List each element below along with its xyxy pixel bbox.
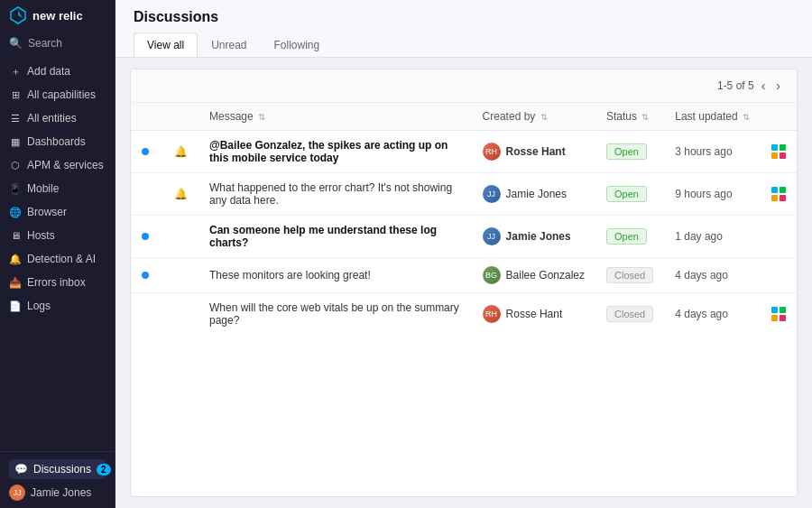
user-avatar: JJ xyxy=(483,227,501,245)
last-updated-cell: 3 hours ago xyxy=(664,131,761,173)
created-by-cell: RHRosse Hant xyxy=(472,293,595,336)
col-created-by[interactable]: Created by ⇅ xyxy=(472,103,595,131)
ai-icon: 🔔 xyxy=(9,253,22,265)
sidebar-item-mobile[interactable]: 📱 Mobile xyxy=(0,177,115,200)
sidebar-item-all-capabilities[interactable]: ⊞ All capabilities xyxy=(0,83,115,106)
status-cell: Open xyxy=(595,173,664,216)
sidebar-item-hosts[interactable]: 🖥 Hosts xyxy=(0,224,115,247)
user-avatar: JJ xyxy=(483,185,501,203)
sidebar-footer: 💬 Discussions 2 JJ Jamie Jones xyxy=(0,451,115,508)
last-updated-cell: 9 hours ago xyxy=(664,173,761,216)
sidebar-item-label: All capabilities xyxy=(27,88,96,101)
message-text: @Bailee Gonzalez, the spikes are acting … xyxy=(209,139,448,164)
user-avatar: BG xyxy=(483,266,501,284)
created-by-cell: JJJamie Jones xyxy=(472,216,595,258)
status-cell: Open xyxy=(595,131,664,173)
plus-icon: ＋ xyxy=(9,65,22,78)
last-updated-cell: 4 days ago xyxy=(664,258,761,293)
search-icon: 🔍 xyxy=(9,37,23,50)
bell-cell xyxy=(163,258,198,293)
sidebar-item-user[interactable]: JJ Jamie Jones xyxy=(9,485,106,501)
grid-icon: ⊞ xyxy=(9,88,22,101)
col-actions xyxy=(761,103,797,131)
col-message[interactable]: Message ⇅ xyxy=(198,103,472,131)
table-row[interactable]: 🔔What happened to the error chart? It's … xyxy=(131,173,797,216)
message-text: Can someone help me understand these log… xyxy=(209,224,437,249)
sidebar-item-label: All entities xyxy=(27,112,77,125)
table-header-row: Message ⇅ Created by ⇅ Status ⇅ Last upd… xyxy=(131,103,797,131)
nr-icon-cell xyxy=(761,293,797,336)
message-sort-icon: ⇅ xyxy=(258,112,265,122)
new-relic-icon xyxy=(771,307,786,321)
sidebar-item-browser[interactable]: 🌐 Browser xyxy=(0,200,115,224)
status-badge: Open xyxy=(606,228,647,245)
message-cell[interactable]: These monitors are looking great! xyxy=(198,258,472,293)
nr-icon-cell xyxy=(761,173,797,216)
sidebar-item-label: Dashboards xyxy=(27,135,86,148)
pagination-info: 1-5 of 5 ‹ › xyxy=(717,77,784,95)
bell-cell xyxy=(163,293,198,336)
new-relic-logo-icon xyxy=(9,6,27,24)
sidebar-item-detection-ai[interactable]: 🔔 Detection & AI xyxy=(0,247,115,271)
sidebar-item-label: Hosts xyxy=(27,229,55,242)
sidebar-footer-discussions-label: Discussions xyxy=(33,463,91,476)
tabs: View all Unread Following xyxy=(134,32,794,57)
user-avatar: JJ xyxy=(9,485,25,501)
col-last-updated[interactable]: Last updated ⇅ xyxy=(664,103,761,131)
pagination-prev-button[interactable]: ‹ xyxy=(758,77,770,95)
status-cell: Closed xyxy=(595,258,664,293)
unread-dot xyxy=(142,148,149,155)
table-row[interactable]: 🔔@Bailee Gonzalez, the spikes are acting… xyxy=(131,131,797,173)
table-row[interactable]: Can someone help me understand these log… xyxy=(131,216,797,258)
message-text: What happened to the error chart? It's n… xyxy=(209,181,452,207)
status-badge: Closed xyxy=(606,267,653,283)
col-last-updated-label: Last updated xyxy=(675,110,737,123)
message-cell[interactable]: What happened to the error chart? It's n… xyxy=(198,173,472,216)
col-created-by-label: Created by xyxy=(483,110,536,123)
bell-icon[interactable]: 🔔 xyxy=(174,145,188,158)
nr-icon-cell xyxy=(761,258,797,293)
pagination-next-button[interactable]: › xyxy=(772,77,784,95)
sidebar-item-errors-inbox[interactable]: 📥 Errors inbox xyxy=(0,271,115,294)
message-text: When will the core web vitals be up on t… xyxy=(209,301,459,327)
sidebar-item-logs[interactable]: 📄 Logs xyxy=(0,294,115,318)
sidebar-item-label: Browser xyxy=(27,206,67,218)
sidebar-item-discussions[interactable]: 💬 Discussions 2 xyxy=(9,459,106,479)
table-row[interactable]: When will the core web vitals be up on t… xyxy=(131,293,797,336)
creator-name: Bailee Gonzalez xyxy=(506,269,585,282)
message-cell[interactable]: Can someone help me understand these log… xyxy=(198,216,472,258)
last-updated-cell: 1 day ago xyxy=(664,216,761,258)
sidebar-item-dashboards[interactable]: ▦ Dashboards xyxy=(0,130,115,153)
logo[interactable]: new relic xyxy=(0,0,115,31)
main-header: Discussions View all Unread Following xyxy=(115,0,812,58)
sidebar-item-label: Detection & AI xyxy=(27,253,96,265)
sidebar-item-label: Add data xyxy=(27,65,70,78)
sidebar-item-add-data[interactable]: ＋ Add data xyxy=(0,60,115,83)
unread-indicator-cell xyxy=(131,293,163,336)
search-button[interactable]: 🔍 Search xyxy=(0,31,115,56)
col-status[interactable]: Status ⇅ xyxy=(595,103,664,131)
message-cell[interactable]: @Bailee Gonzalez, the spikes are acting … xyxy=(198,131,472,173)
bell-cell: 🔔 xyxy=(163,131,198,173)
sidebar-user-label: Jamie Jones xyxy=(31,486,91,499)
dashboard-icon: ▦ xyxy=(9,135,22,148)
unread-indicator-cell xyxy=(131,173,163,216)
nr-icon-cell xyxy=(761,216,797,258)
unread-indicator-cell xyxy=(131,258,163,293)
user-avatar: RH xyxy=(483,305,501,323)
sidebar-item-all-entities[interactable]: ☰ All entities xyxy=(0,106,115,130)
tab-view-all[interactable]: View all xyxy=(134,32,198,57)
sidebar-item-apm-services[interactable]: ⬡ APM & services xyxy=(0,153,115,177)
bell-icon[interactable]: 🔔 xyxy=(174,188,188,200)
tab-unread[interactable]: Unread xyxy=(198,32,260,57)
discussions-table: Message ⇅ Created by ⇅ Status ⇅ Last upd… xyxy=(131,103,797,335)
table-row[interactable]: These monitors are looking great!BGBaile… xyxy=(131,258,797,293)
unread-indicator-cell xyxy=(131,131,163,173)
sidebar-item-label: Mobile xyxy=(27,182,59,195)
tab-following[interactable]: Following xyxy=(261,32,334,57)
status-sort-icon: ⇅ xyxy=(641,112,649,122)
message-cell[interactable]: When will the core web vitals be up on t… xyxy=(198,293,472,336)
bell-cell xyxy=(163,216,198,258)
status-cell: Open xyxy=(595,216,664,258)
sidebar-item-label: Logs xyxy=(27,300,51,312)
